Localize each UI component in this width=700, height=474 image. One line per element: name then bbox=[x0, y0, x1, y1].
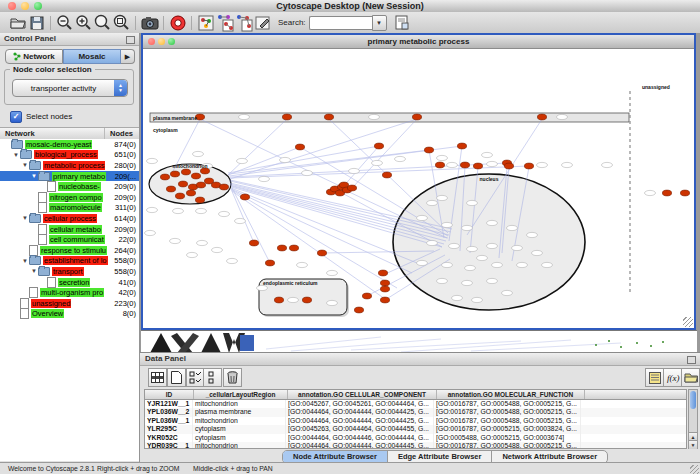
float-panel-icon[interactable] bbox=[126, 36, 135, 44]
network-node[interactable] bbox=[186, 190, 195, 196]
network-node-label[interactable] bbox=[512, 245, 523, 250]
delete-attribute-icon[interactable] bbox=[223, 368, 242, 387]
maximize-window-icon[interactable] bbox=[34, 2, 42, 10]
network-node-label[interactable] bbox=[465, 265, 476, 270]
expand-triangle-icon[interactable]: ▼ bbox=[30, 173, 38, 179]
search-input[interactable] bbox=[309, 16, 372, 30]
network-node[interactable] bbox=[289, 245, 298, 251]
table-header-cell[interactable]: annotation.GO MOLECULAR_FUNCTION bbox=[437, 390, 585, 399]
network-node-label[interactable] bbox=[507, 225, 518, 230]
tree-row[interactable]: ▼establishment of lo558(0) bbox=[0, 256, 139, 267]
network-node-label[interactable] bbox=[235, 218, 246, 223]
network-node-label[interactable] bbox=[237, 158, 248, 163]
network-node-label[interactable] bbox=[147, 158, 158, 163]
network-node-label[interactable] bbox=[442, 222, 453, 227]
network-node-label[interactable] bbox=[452, 295, 463, 300]
network-node[interactable] bbox=[175, 193, 184, 199]
network-node-label[interactable] bbox=[467, 200, 478, 205]
network-node-label[interactable] bbox=[542, 262, 553, 267]
tree-row[interactable]: macromolecule311(0) bbox=[0, 203, 139, 214]
network-node[interactable] bbox=[324, 114, 333, 120]
snapshot-icon[interactable] bbox=[140, 13, 159, 32]
annotation-icon[interactable] bbox=[253, 13, 272, 32]
network-node-label[interactable] bbox=[517, 262, 528, 267]
network-node-label[interactable] bbox=[372, 160, 383, 165]
node-color-combobox[interactable]: transporter activity ▲▼ bbox=[12, 79, 128, 97]
network-node-label[interactable] bbox=[257, 285, 268, 290]
network-node-label[interactable] bbox=[170, 238, 181, 243]
network-node-label[interactable] bbox=[645, 190, 656, 195]
network-node-label[interactable] bbox=[487, 278, 498, 283]
float-panel-icon[interactable] bbox=[687, 356, 696, 364]
tree-row[interactable]: nitrogen compo209(0) bbox=[0, 192, 139, 203]
network-node[interactable] bbox=[354, 307, 363, 313]
tree-row[interactable]: ▼metabolic process280(0) bbox=[0, 160, 139, 171]
window-maximize-icon[interactable] bbox=[168, 38, 175, 45]
network-node[interactable] bbox=[362, 293, 371, 299]
window-minimize-icon[interactable] bbox=[158, 38, 165, 45]
tree-row[interactable]: cell communicat22(0) bbox=[0, 234, 139, 245]
network-node-label[interactable] bbox=[187, 252, 198, 257]
tree-header-network[interactable]: Network bbox=[5, 129, 35, 138]
network-node[interactable] bbox=[274, 297, 283, 303]
network-node-label[interactable] bbox=[437, 195, 448, 200]
network-node-label[interactable] bbox=[219, 211, 230, 216]
table-row[interactable]: YPL036W__2plasma membrane[GO:0044464, GO… bbox=[145, 408, 686, 416]
tree-row[interactable]: nucleobase-209(0) bbox=[0, 181, 139, 192]
network-node-label[interactable] bbox=[449, 243, 460, 248]
network-node[interactable] bbox=[317, 250, 326, 256]
network-node[interactable] bbox=[680, 190, 689, 196]
network-node[interactable] bbox=[380, 280, 389, 286]
network-node[interactable] bbox=[166, 186, 175, 192]
network-node[interactable] bbox=[295, 144, 304, 150]
network-node[interactable] bbox=[347, 185, 356, 191]
tree-row[interactable]: mosaic-demo-yeast874(0) bbox=[0, 139, 139, 150]
network-node-label[interactable] bbox=[193, 151, 204, 156]
network-node-label[interactable] bbox=[173, 208, 184, 213]
table-row[interactable]: YPL036W__1mitochondrion[GO:0044464, GO:0… bbox=[145, 417, 686, 425]
table-row[interactable]: YLR295Ccytoplasm[GO:0045263, GO:0044464,… bbox=[145, 425, 686, 433]
table-scrollbar[interactable]: ▲ ▼ bbox=[688, 389, 698, 449]
network-node[interactable] bbox=[160, 174, 169, 180]
background-window-sliver[interactable] bbox=[141, 330, 697, 352]
network-node[interactable] bbox=[435, 162, 444, 168]
apply-layout-alt-icon[interactable] bbox=[234, 13, 253, 32]
network-node-label[interactable] bbox=[145, 230, 156, 235]
network-node[interactable] bbox=[380, 286, 389, 292]
apply-layout-icon[interactable] bbox=[215, 13, 234, 32]
network-node[interactable] bbox=[473, 163, 482, 169]
table-row[interactable]: YKR052Ccytoplasm[GO:0044464, GO:0044446,… bbox=[145, 434, 686, 442]
help-icon[interactable] bbox=[168, 13, 187, 32]
network-node-label[interactable] bbox=[537, 162, 548, 167]
network-node[interactable] bbox=[457, 143, 466, 149]
save-icon[interactable] bbox=[27, 13, 46, 32]
select-nodes-checkbox[interactable]: ✓ bbox=[10, 111, 22, 123]
network-view-window[interactable]: primary metabolic process plasma membran… bbox=[141, 33, 696, 330]
tree-row[interactable]: secretion41(0) bbox=[0, 277, 139, 288]
network-node-label[interactable] bbox=[349, 168, 360, 173]
network-node[interactable] bbox=[170, 171, 179, 177]
network-node-label[interactable] bbox=[527, 232, 538, 237]
network-node[interactable] bbox=[374, 143, 383, 149]
zoom-selected-icon[interactable] bbox=[93, 13, 112, 32]
zoom-fit-icon[interactable] bbox=[112, 13, 131, 32]
table-header-cell[interactable]: _cellularLayoutRegion bbox=[194, 390, 288, 399]
network-node-label[interactable] bbox=[288, 297, 299, 302]
network-node-label[interactable] bbox=[442, 262, 453, 267]
network-node[interactable] bbox=[662, 190, 671, 196]
network-node-label[interactable] bbox=[302, 170, 313, 175]
network-node-label[interactable] bbox=[427, 240, 438, 245]
network-node[interactable] bbox=[524, 163, 533, 169]
network-node-label[interactable] bbox=[259, 176, 270, 181]
minimize-window-icon[interactable] bbox=[21, 2, 29, 10]
close-window-icon[interactable] bbox=[8, 2, 16, 10]
tree-header-nodes[interactable]: Nodes bbox=[110, 129, 133, 138]
tree-row[interactable]: response to stimulu264(0) bbox=[0, 245, 139, 256]
network-node-label[interactable] bbox=[197, 240, 208, 245]
network-node[interactable] bbox=[504, 163, 513, 169]
expand-triangle-icon[interactable]: ▼ bbox=[21, 258, 29, 264]
network-window-titlebar[interactable]: primary metabolic process bbox=[143, 35, 694, 49]
network-node-label[interactable] bbox=[532, 250, 543, 255]
tree-row[interactable]: unassigned223(0) bbox=[0, 298, 139, 309]
zoom-out-icon[interactable] bbox=[55, 13, 74, 32]
